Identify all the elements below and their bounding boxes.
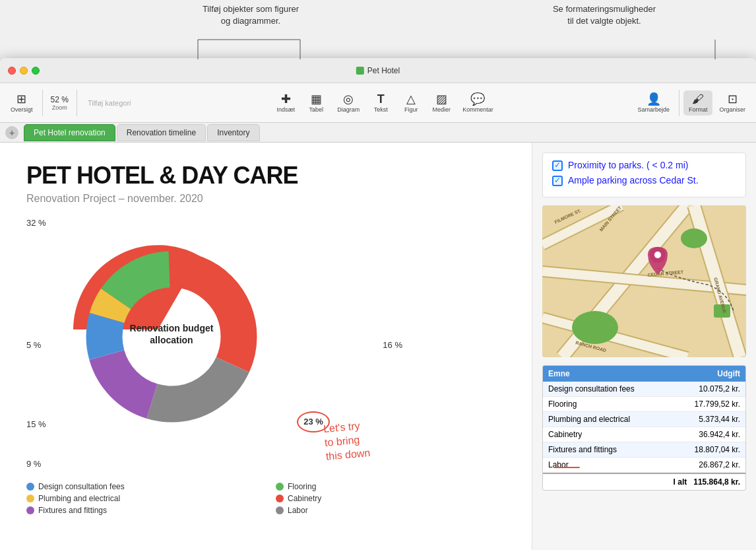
svg-text:Renovation budget: Renovation budget	[130, 323, 214, 333]
tab-inventory[interactable]: Inventory	[207, 124, 259, 141]
legend-label-plumbing: Plumbing and electrical	[38, 494, 120, 503]
format-label: Format	[689, 106, 708, 113]
minimize-button[interactable]	[20, 67, 28, 75]
zoom-control[interactable]: 52 % Zoom	[47, 94, 73, 112]
legend-label-flooring: Flooring	[288, 482, 316, 491]
organiser-icon: ⊡	[728, 93, 738, 105]
toolbar-medier[interactable]: ▨ Medier	[427, 90, 456, 116]
table-row-4: Fixtures and fittings 18.807,04 kr.	[543, 442, 745, 458]
tooltip-area: Tilføj objekter som figurerog diagrammer…	[0, 0, 756, 59]
zoom-label: Zoom	[52, 104, 67, 111]
labor-underline	[553, 467, 580, 468]
row-emne-3: Cabinetry	[548, 430, 674, 439]
toolbar: ⊞ Oversigt 52 % Zoom Tilføj kategori ✚ I…	[0, 83, 756, 123]
svg-point-33	[654, 252, 661, 258]
title-bar: Pet Hotel	[0, 58, 756, 83]
tooltip-left-text: Tilføj objekter som figurerog diagrammer…	[203, 4, 299, 26]
samarbejde-label: Samarbejde	[637, 106, 670, 113]
kommentar-label: Kommentar	[462, 106, 493, 113]
figur-label: Figur	[404, 106, 418, 113]
legend-dot-cabinetry	[276, 495, 284, 502]
add-sheet-button[interactable]: +	[5, 126, 18, 139]
tab-inventory-label: Inventory	[217, 128, 249, 137]
tooltip-right-text: Se formateringsmulighedertil det valgte …	[553, 4, 656, 26]
row-emne-5: Labor	[548, 460, 674, 469]
legend-label-cabinetry: Cabinetry	[288, 494, 321, 503]
toolbar-organiser[interactable]: ⊡ Organiser	[714, 90, 751, 116]
col-header-emne: Emne	[548, 369, 674, 378]
legend-label-design: Design consultation fees	[38, 482, 125, 491]
row-udgift-1: 17.799,52 kr.	[674, 399, 740, 409]
map: FILMORE ST. MAIN STREET CEDAR STREET RAN…	[542, 205, 746, 357]
table-row-1: Flooring 17.799,52 kr.	[543, 397, 745, 412]
pct-15: 15 %	[26, 419, 46, 429]
tooltip-right: Se formateringsmulighedertil det valgte …	[538, 3, 670, 27]
organiser-label: Organiser	[719, 106, 745, 113]
toolbar-figur[interactable]: △ Figur	[396, 90, 425, 116]
tab-renovation[interactable]: Renovation timeline	[117, 124, 206, 141]
table-header: Emne Udgift	[543, 366, 745, 382]
legend-flooring: Flooring	[276, 482, 505, 491]
toolbar-format[interactable]: 🖌 Format	[683, 90, 713, 116]
traffic-lights	[0, 67, 40, 75]
checkbox-1[interactable]	[552, 176, 563, 186]
legend-cabinetry: Cabinetry	[276, 494, 505, 503]
zoom-value: 52 %	[51, 95, 69, 104]
pct-16: 16 %	[383, 340, 402, 350]
indsaet-label: Indsæt	[276, 106, 295, 113]
legend-dot-labor	[276, 506, 284, 514]
svg-text:allocation: allocation	[150, 335, 193, 345]
legend-design: Design consultation fees	[26, 482, 256, 491]
toolbar-oversigt[interactable]: ⊞ Oversigt	[5, 90, 38, 116]
table-row-total: I alt 115.864,8 kr.	[543, 473, 745, 490]
table-row-2: Plumbing and electrical 5.373,44 kr.	[543, 412, 745, 427]
tab-bar: + Pet Hotel renovation Renovation timeli…	[0, 123, 756, 143]
tab-pet-hotel-label: Pet Hotel renovation	[34, 128, 106, 137]
legend-dot-fixtures	[26, 506, 34, 514]
toolbar-divider-1	[42, 90, 43, 116]
pct-9: 9 %	[26, 459, 41, 469]
toolbar-samarbejde[interactable]: 👤 Samarbejde	[632, 90, 675, 116]
tabel-label: Tabel	[309, 106, 323, 113]
maximize-button[interactable]	[32, 67, 40, 75]
right-panel: Proximity to parks. ( < 0.2 mi) Ample pa…	[532, 143, 756, 550]
toolbar-kommentar[interactable]: 💬 Kommentar	[457, 90, 499, 116]
close-button[interactable]	[8, 67, 16, 75]
total-label: I alt	[674, 477, 687, 487]
check-item-1: Ample parking across Cedar St.	[552, 175, 736, 186]
kommentar-icon: 💬	[470, 93, 485, 105]
medier-icon: ▨	[436, 93, 447, 105]
indsaet-icon: ✚	[281, 93, 291, 105]
oversigt-label: Oversigt	[11, 106, 33, 113]
toolbar-divider-2	[77, 90, 77, 116]
toolbar-tabel[interactable]: ▦ Tabel	[301, 90, 331, 116]
row-udgift-2: 5.373,44 kr.	[674, 415, 740, 424]
oversigt-icon: ⊞	[16, 93, 26, 105]
tooltip-left: Tilføj objekter som figurerog diagrammer…	[185, 3, 317, 27]
medier-label: Medier	[432, 106, 451, 113]
main-window: Pet Hotel ⊞ Oversigt 52 % Zoom Tilføj ka…	[0, 58, 756, 550]
tilfoej-kategori-btn[interactable]: Tilføj kategori	[81, 99, 138, 107]
toolbar-tekst[interactable]: T Tekst	[366, 90, 395, 116]
col-header-udgift: Udgift	[674, 369, 740, 378]
chart-legend: Design consultation fees Flooring Plumbi…	[26, 482, 505, 515]
table-row-5: Labor 26.867,2 kr.	[543, 458, 745, 473]
legend-label-fixtures: Fixtures and fittings	[38, 506, 107, 515]
svg-point-24	[681, 228, 707, 248]
total-value: 115.864,8 kr.	[693, 477, 740, 487]
donut-chart: Renovation budget allocation	[59, 224, 284, 449]
row-udgift-5: 26.867,2 kr.	[674, 460, 740, 469]
checklist: Proximity to parks. ( < 0.2 mi) Ample pa…	[542, 153, 746, 197]
tabel-icon: ▦	[311, 93, 322, 105]
tab-pet-hotel[interactable]: Pet Hotel renovation	[24, 124, 115, 141]
document-panel: PET HOTEL & DAY CARE Renovation Project …	[0, 143, 532, 550]
legend-label-labor: Labor	[288, 506, 308, 515]
diagram-label: Diagram	[337, 106, 360, 113]
legend-dot-plumbing	[26, 495, 34, 502]
checkbox-0[interactable]	[552, 160, 563, 171]
figur-icon: △	[406, 93, 416, 105]
toolbar-diagram[interactable]: ◎ Diagram	[332, 90, 365, 116]
legend-dot-design	[26, 483, 34, 491]
toolbar-indsaet[interactable]: ✚ Indsæt	[271, 90, 300, 116]
check-item-0: Proximity to parks. ( < 0.2 mi)	[552, 160, 736, 171]
